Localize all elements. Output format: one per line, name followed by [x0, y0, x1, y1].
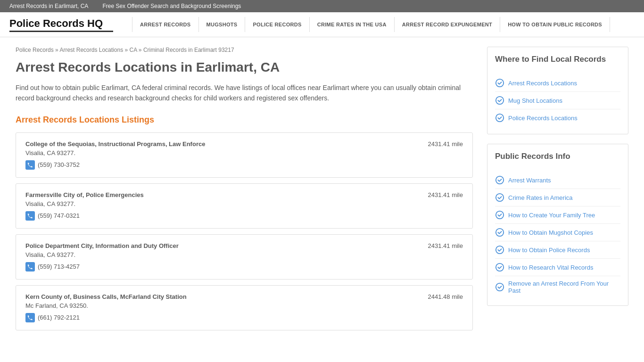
sidebar-link-public-2[interactable]: How to Create Your Family Tree [495, 206, 620, 224]
svg-point-8 [496, 263, 504, 271]
listings-container: College of the Sequoias, Instructional P… [16, 132, 473, 330]
svg-point-3 [496, 176, 504, 184]
listing-card-0: College of the Sequoias, Instructional P… [16, 132, 473, 178]
listing-card-2: Police Department City, Information and … [16, 234, 473, 280]
sidebar-link-public-5[interactable]: How to Research Vital Records [495, 259, 620, 276]
listing-phone-0[interactable]: (559) 730-3752 [25, 160, 419, 170]
phone-icon-3 [25, 313, 35, 322]
sidebar-link-label: How to Obtain Police Records [508, 247, 590, 254]
listing-card-1: Farmersville City of, Police Emergencies… [16, 183, 473, 229]
sidebar-link-label: How to Research Vital Records [508, 264, 593, 271]
sidebar-box-local-records: Where to Find Local Records Arrest Recor… [487, 47, 628, 134]
listing-left-3: Kern County of, Business Calls, McFarlan… [25, 293, 419, 322]
breadcrumb-current: Criminal Records in Earlimart 93217 [143, 47, 234, 53]
sidebar-link-label: How to Create Your Family Tree [508, 212, 595, 219]
topbar-link2[interactable]: Free Sex Offender Search and Background … [102, 3, 241, 9]
listing-distance-0: 2431.41 mile [428, 140, 463, 148]
sidebar-links-local: Arrest Records Locations Mug Shot Locati… [495, 74, 620, 126]
listing-name-0: College of the Sequoias, Instructional P… [25, 140, 419, 148]
nav-item-arrest-records[interactable]: ARREST RECORDS [132, 17, 199, 32]
listing-distance-3: 2441.48 mile [428, 293, 463, 300]
sidebar-link-label: Remove an Arrest Record From Your Past [508, 280, 620, 294]
listing-phone-2[interactable]: (559) 713-4257 [25, 262, 419, 272]
page-title: Arrest Records Locations in Earlimart, C… [16, 60, 473, 75]
phone-icon-0 [25, 160, 35, 170]
sidebar-link-public-1[interactable]: Crime Rates in America [495, 189, 620, 206]
listing-address-2: Visalia, CA 93277. [25, 251, 419, 258]
listing-name-3: Kern County of, Business Calls, McFarlan… [25, 293, 419, 300]
svg-point-0 [496, 79, 504, 87]
breadcrumb-arrest-records[interactable]: Arrest Records Locations [59, 47, 123, 53]
sidebar-link-local-2[interactable]: Police Records Locations [495, 109, 620, 126]
main-container: Police Records » Arrest Records Location… [6, 37, 638, 346]
logo[interactable]: Police Records HQ [9, 17, 113, 32]
sidebar-link-public-6[interactable]: Remove an Arrest Record From Your Past [495, 276, 620, 298]
phone-icon-1 [25, 211, 35, 221]
listing-phone-1[interactable]: (559) 747-0321 [25, 211, 419, 221]
sidebar-link-public-0[interactable]: Arrest Warrants [495, 172, 620, 189]
section-title: Arrest Records Locations Listings [16, 115, 473, 125]
nav-item-arrest-record-expungement[interactable]: ARREST RECORD EXPUNGEMENT [395, 17, 500, 32]
listing-address-3: Mc Farland, CA 93250. [25, 302, 419, 309]
listing-distance-1: 2431.41 mile [428, 191, 463, 198]
listing-name-1: Farmersville City of, Police Emergencies [25, 191, 419, 198]
sidebar-link-label: How to Obtain Mugshot Copies [508, 229, 593, 236]
sidebar-link-label: Crime Rates in America [508, 194, 573, 201]
svg-point-7 [496, 246, 504, 254]
sidebar-link-label: Arrest Warrants [508, 177, 551, 184]
main-nav: ARREST RECORDSMUGSHOTSPOLICE RECORDSCRIM… [132, 17, 635, 32]
sidebar-link-label: Police Records Locations [508, 115, 578, 122]
listing-left-0: College of the Sequoias, Instructional P… [25, 140, 419, 170]
listing-address-0: Visalia, CA 93277. [25, 149, 419, 156]
listing-address-1: Visalia, CA 93277. [25, 200, 419, 207]
sidebar-link-label: Arrest Records Locations [508, 80, 577, 87]
listing-left-2: Police Department City, Information and … [25, 242, 419, 272]
listing-distance-2: 2431.41 mile [428, 242, 463, 249]
svg-point-1 [496, 97, 504, 104]
breadcrumb-police-records[interactable]: Police Records [16, 47, 54, 53]
sidebar-title-public: Public Records Info [495, 152, 620, 165]
breadcrumb-ca[interactable]: CA [130, 47, 137, 53]
svg-point-5 [496, 211, 504, 219]
content-area: Police Records » Arrest Records Location… [16, 47, 473, 336]
breadcrumb: Police Records » Arrest Records Location… [16, 47, 473, 53]
sidebar-title-local: Where to Find Local Records [495, 55, 620, 68]
listing-name-2: Police Department City, Information and … [25, 242, 419, 249]
sidebar-links-public: Arrest Warrants Crime Rates in America H… [495, 172, 620, 298]
sidebar-link-public-3[interactable]: How to Obtain Mugshot Copies [495, 224, 620, 241]
svg-point-9 [496, 283, 504, 291]
sidebar-link-label: Mug Shot Locations [508, 97, 562, 104]
top-bar: Arrest Records in Earlimart, CA Free Sex… [0, 0, 644, 12]
sidebar: Where to Find Local Records Arrest Recor… [487, 47, 628, 336]
nav-item-mugshots[interactable]: MUGSHOTS [199, 17, 246, 32]
svg-point-6 [496, 229, 504, 236]
sidebar-link-local-1[interactable]: Mug Shot Locations [495, 92, 620, 109]
listing-card-3: Kern County of, Business Calls, McFarlan… [16, 285, 473, 330]
sidebar-link-public-4[interactable]: How to Obtain Police Records [495, 241, 620, 259]
svg-point-2 [496, 114, 504, 122]
nav-item-how-to-obtain-public-records[interactable]: HOW TO OBTAIN PUBLIC RECORDS [500, 17, 610, 32]
phone-icon-2 [25, 262, 35, 272]
listing-left-1: Farmersville City of, Police Emergencies… [25, 191, 419, 221]
sidebar-link-local-0[interactable]: Arrest Records Locations [495, 74, 620, 92]
page-description: Find out how to obtain public Earlimart,… [16, 82, 473, 104]
nav-item-police-records[interactable]: POLICE RECORDS [245, 17, 309, 32]
sidebar-box-public-info: Public Records Info Arrest Warrants Crim… [487, 144, 628, 306]
header: Police Records HQ ARREST RECORDSMUGSHOTS… [0, 12, 644, 37]
svg-point-4 [496, 194, 504, 201]
nav-item-crime-rates-in-the-usa[interactable]: CRIME RATES IN THE USA [310, 17, 395, 32]
topbar-link1[interactable]: Arrest Records in Earlimart, CA [9, 3, 88, 9]
listing-phone-3[interactable]: (661) 792-2121 [25, 313, 419, 322]
